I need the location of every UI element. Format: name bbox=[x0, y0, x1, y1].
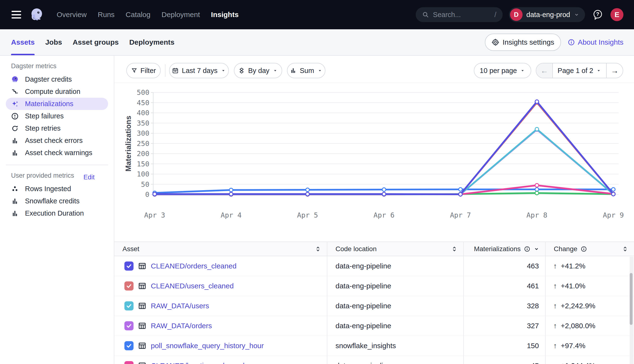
svg-text:Apr 3: Apr 3 bbox=[144, 211, 165, 219]
page-selector[interactable]: Page 1 of 2 bbox=[552, 64, 606, 78]
series-checkbox[interactable] bbox=[124, 301, 134, 310]
sidebar-item-compute-duration[interactable]: Compute duration bbox=[6, 86, 108, 98]
sort-icon[interactable] bbox=[315, 246, 321, 252]
table-scrollbar-thumb[interactable] bbox=[630, 273, 632, 325]
column-header-change[interactable]: Change bbox=[546, 242, 634, 256]
per-page-dropdown[interactable]: 10 per page bbox=[474, 63, 531, 78]
org-switcher[interactable]: D data-eng-prod bbox=[509, 7, 585, 22]
user-avatar[interactable]: E bbox=[610, 8, 624, 21]
change-value: +41.0% bbox=[561, 282, 586, 290]
sidebar-item-execution-duration[interactable]: Execution Duration bbox=[6, 207, 108, 220]
column-header-code-location[interactable]: Code location bbox=[327, 242, 464, 256]
sidebar-item-dagster-credits[interactable]: Dagster credits bbox=[6, 73, 108, 86]
tab-deployments[interactable]: Deployments bbox=[129, 29, 174, 55]
sidebar-item-rows-ingested[interactable]: Rows Ingested bbox=[6, 183, 108, 195]
next-page-button[interactable]: → bbox=[606, 64, 623, 78]
tab-jobs[interactable]: Jobs bbox=[45, 29, 62, 55]
table-row: RAW_DATA/ordersdata-eng-pipeline327↑+2,0… bbox=[114, 316, 634, 336]
svg-text:Apr 8: Apr 8 bbox=[526, 211, 547, 219]
insights-settings-button[interactable]: Insights settings bbox=[485, 34, 561, 51]
about-insights-link[interactable]: About Insights bbox=[568, 38, 624, 46]
caret-down-icon bbox=[221, 68, 226, 73]
date-range-dropdown[interactable]: Last 7 days bbox=[169, 63, 229, 78]
svg-text:?: ? bbox=[596, 11, 599, 17]
search-input[interactable]: Search... / bbox=[416, 7, 503, 22]
up-arrow-icon: ↑ bbox=[553, 362, 557, 364]
sidebar-item-label: Compute duration bbox=[25, 88, 80, 96]
code-location-cell: data-eng-pipeline bbox=[327, 276, 464, 296]
dagster-logo[interactable] bbox=[29, 7, 45, 22]
sort-icon[interactable] bbox=[622, 246, 628, 252]
svg-text:500: 500 bbox=[137, 88, 149, 96]
org-avatar: D bbox=[510, 8, 522, 21]
info-icon[interactable] bbox=[524, 246, 530, 252]
series-checkbox[interactable] bbox=[124, 321, 134, 330]
change-cell: ↑+1,244.4% bbox=[546, 356, 634, 364]
svg-text:400: 400 bbox=[137, 109, 149, 117]
nav-link-overview[interactable]: Overview bbox=[57, 10, 87, 19]
materializations-cell: 461 bbox=[464, 276, 546, 296]
sort-icon[interactable] bbox=[451, 246, 458, 252]
chevron-down-icon[interactable] bbox=[534, 246, 540, 252]
materializations-cell: 463 bbox=[464, 256, 546, 276]
asset-link[interactable]: CLEANED/locations_cleaned bbox=[151, 362, 244, 364]
sidebar-item-label: Rows Ingested bbox=[25, 185, 71, 193]
column-header-materializations[interactable]: Materializations bbox=[464, 242, 546, 256]
menu-icon[interactable] bbox=[12, 11, 21, 18]
series-checkbox[interactable] bbox=[124, 282, 134, 290]
bar-chart-icon bbox=[11, 210, 19, 217]
table-asset-icon bbox=[138, 322, 146, 330]
asset-link[interactable]: poll_snowflake_query_history_hour bbox=[151, 342, 264, 350]
svg-text:100: 100 bbox=[137, 170, 149, 178]
sidebar-item-snowflake-credits[interactable]: Snowflake credits bbox=[6, 195, 108, 207]
column-label: Code location bbox=[336, 245, 376, 253]
column-header-asset[interactable]: Asset bbox=[114, 242, 327, 256]
dagster-metrics-section-title: Dagster metrics bbox=[11, 62, 114, 70]
svg-text:Apr 9: Apr 9 bbox=[603, 211, 624, 219]
up-arrow-icon: ↑ bbox=[553, 302, 557, 310]
series-checkbox[interactable] bbox=[124, 361, 134, 364]
caret-down-icon bbox=[596, 68, 601, 73]
asset-link[interactable]: CLEANED/orders_cleaned bbox=[151, 262, 236, 270]
asset-link[interactable]: CLEANED/users_cleaned bbox=[151, 282, 234, 290]
up-arrow-icon: ↑ bbox=[553, 282, 557, 290]
edit-user-metrics-link[interactable]: Edit bbox=[83, 174, 94, 181]
sidebar-item-label: Step retries bbox=[25, 124, 60, 132]
info-icon[interactable] bbox=[581, 246, 587, 252]
pagination-control: ← Page 1 of 2 → bbox=[536, 63, 623, 78]
table-scrollbar-track[interactable] bbox=[630, 257, 634, 364]
sidebar-item-step-retries[interactable]: Step retries bbox=[6, 122, 108, 134]
nav-link-deployment[interactable]: Deployment bbox=[162, 10, 200, 19]
materializations-cell: 327 bbox=[464, 316, 546, 336]
check-icon bbox=[126, 282, 132, 289]
aggregation-dropdown[interactable]: Sum bbox=[287, 63, 326, 78]
series-checkbox[interactable] bbox=[124, 341, 134, 350]
insights-settings-label: Insights settings bbox=[503, 38, 554, 46]
sidebar-item-label: Asset check errors bbox=[25, 136, 82, 144]
check-icon bbox=[126, 362, 132, 364]
sidebar-item-asset-check-errors[interactable]: Asset check errors bbox=[6, 134, 108, 147]
per-page-label: 10 per page bbox=[480, 67, 517, 75]
sidebar-item-materializations[interactable]: Materializations bbox=[6, 98, 108, 110]
series-checkbox[interactable] bbox=[124, 262, 134, 270]
sidebar-item-asset-check-warnings[interactable]: Asset check warnings bbox=[6, 147, 108, 159]
up-arrow-icon: ↑ bbox=[553, 262, 557, 270]
table-row: CLEANED/locations_cleaneddata-eng-pipeli… bbox=[114, 356, 634, 364]
main-content: Filter Last 7 days By day Sum 10 per pag… bbox=[114, 56, 634, 364]
asset-link[interactable]: RAW_DATA/users bbox=[151, 302, 209, 310]
nav-link-insights[interactable]: Insights bbox=[211, 10, 239, 19]
tab-asset-groups[interactable]: Asset groups bbox=[72, 29, 119, 55]
change-cell: ↑+2,080.0% bbox=[546, 316, 634, 336]
sidebar-item-label: Asset check warnings bbox=[25, 149, 92, 157]
tab-assets[interactable]: Assets bbox=[11, 29, 34, 55]
help-icon[interactable]: ? bbox=[591, 8, 604, 21]
sidebar-item-step-failures[interactable]: Step failures bbox=[6, 110, 108, 122]
nav-link-catalog[interactable]: Catalog bbox=[126, 10, 150, 19]
filter-button[interactable]: Filter bbox=[126, 63, 161, 78]
materializations-cell: 328 bbox=[464, 296, 546, 316]
previous-page-button[interactable]: ← bbox=[536, 64, 552, 78]
nav-link-runs[interactable]: Runs bbox=[98, 10, 114, 19]
about-insights-label: About Insights bbox=[578, 38, 624, 46]
asset-link[interactable]: RAW_DATA/orders bbox=[151, 322, 212, 330]
granularity-dropdown[interactable]: By day bbox=[234, 63, 282, 78]
